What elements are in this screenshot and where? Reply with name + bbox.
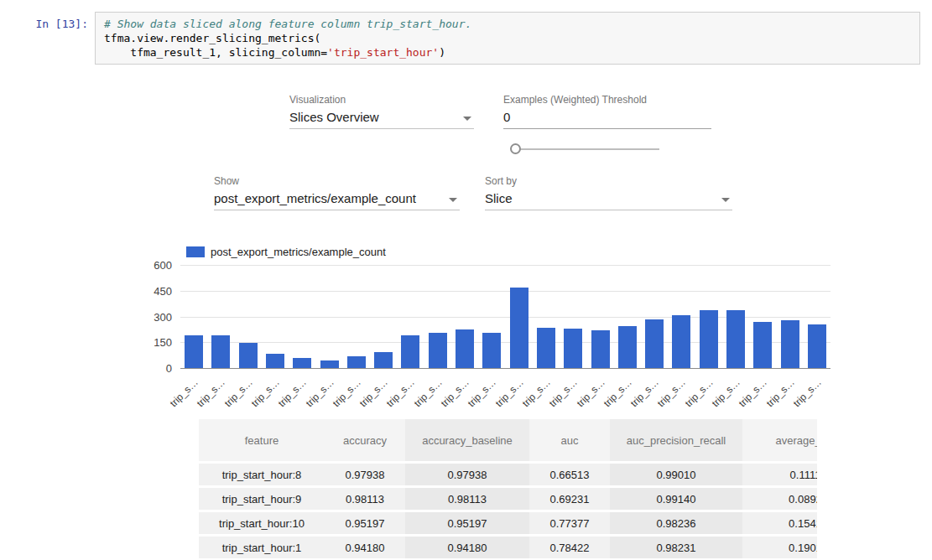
- bar[interactable]: [564, 329, 582, 368]
- feature-cell: trip_start_hour:1: [199, 537, 325, 558]
- visualization-label: Visualization: [289, 94, 346, 106]
- metric-cell: 0.98113: [325, 488, 405, 510]
- y-tick-label: 300: [126, 312, 172, 324]
- bar[interactable]: [482, 333, 501, 368]
- gridline: [180, 291, 830, 292]
- table-header-row: featureaccuracyaccuracy_baselineaucauc_p…: [199, 419, 817, 461]
- y-tick-label: 450: [126, 286, 172, 298]
- legend-label: post_export_metrics/example_count: [211, 246, 386, 258]
- bar[interactable]: [700, 310, 718, 368]
- bar[interactable]: [591, 330, 610, 368]
- metric-cell: 0.95197: [325, 512, 405, 534]
- show-label: Show: [214, 175, 239, 187]
- metric-cell: 0.95197: [405, 512, 529, 534]
- notebook-page: In [13]: # Show data sliced along featur…: [0, 0, 932, 560]
- visualization-select-value: Slices Overview: [289, 108, 474, 127]
- bar[interactable]: [456, 329, 474, 368]
- metric-cell: 0.1901: [742, 537, 817, 558]
- column-header[interactable]: auc: [529, 419, 610, 461]
- metrics-table: featureaccuracyaccuracy_baselineaucauc_p…: [199, 417, 817, 560]
- bar[interactable]: [645, 319, 664, 368]
- table-body: trip_start_hour:80.979380.979380.665130.…: [199, 464, 817, 558]
- column-header[interactable]: accuracy: [325, 419, 405, 461]
- feature-cell: trip_start_hour:9: [199, 488, 325, 510]
- metric-cell: 0.99140: [610, 488, 742, 510]
- bar[interactable]: [726, 310, 745, 368]
- column-header[interactable]: auc_precision_recall: [610, 419, 742, 461]
- x-axis-labels: trip_s…trip_s…trip_s…trip_s…trip_s…trip_…: [180, 370, 830, 405]
- metric-cell: 0.1111: [742, 464, 817, 485]
- metric-cell: 0.0892: [742, 488, 817, 510]
- metric-cell: 0.99010: [610, 464, 742, 485]
- slider-thumb[interactable]: [510, 143, 521, 154]
- threshold-input-value: 0: [503, 108, 711, 127]
- legend-swatch: [186, 246, 205, 257]
- metric-cell: 0.1541: [742, 512, 817, 534]
- bar[interactable]: [266, 354, 284, 368]
- table-row: trip_start_hour:10.941800.941800.784220.…: [199, 537, 817, 558]
- metric-cell: 0.78422: [529, 537, 610, 558]
- column-header[interactable]: feature: [199, 419, 325, 461]
- bar[interactable]: [239, 343, 258, 368]
- visualization-select[interactable]: Slices Overview: [289, 108, 474, 129]
- bar[interactable]: [618, 326, 637, 368]
- code-line: tfma.view.render_slicing_metrics(: [104, 31, 911, 45]
- metric-cell: 0.98231: [610, 537, 742, 558]
- chevron-down-icon[interactable]: [721, 198, 730, 202]
- bar[interactable]: [537, 328, 555, 368]
- gridline: [180, 265, 830, 266]
- bar[interactable]: [185, 335, 203, 368]
- feature-cell: trip_start_hour:10: [199, 512, 325, 534]
- metric-cell: 0.98113: [405, 488, 529, 510]
- bar[interactable]: [211, 335, 230, 368]
- metric-cell: 0.98236: [610, 512, 742, 534]
- metric-cell: 0.97938: [405, 464, 529, 485]
- metric-cell: 0.69231: [529, 488, 610, 510]
- code-area[interactable]: # Show data sliced along feature column …: [95, 12, 920, 65]
- metric-cell: 0.66513: [529, 464, 610, 485]
- bar[interactable]: [753, 322, 772, 368]
- y-tick-label: 150: [126, 337, 172, 349]
- threshold-input[interactable]: 0: [503, 108, 711, 129]
- metric-cell: 0.94180: [325, 537, 405, 558]
- bar[interactable]: [293, 358, 311, 368]
- bar[interactable]: [781, 320, 799, 368]
- bar[interactable]: [429, 333, 447, 368]
- bar[interactable]: [672, 315, 690, 368]
- metric-cell: 0.97938: [325, 464, 405, 485]
- bar[interactable]: [401, 335, 419, 368]
- bar[interactable]: [320, 360, 339, 368]
- table-row: trip_start_hour:80.979380.979380.665130.…: [199, 464, 817, 485]
- y-tick-label: 0: [126, 363, 172, 375]
- chevron-down-icon[interactable]: [463, 117, 471, 121]
- chevron-down-icon[interactable]: [449, 198, 457, 202]
- bar-chart-plot: [180, 266, 830, 369]
- x-axis-line: [180, 368, 830, 369]
- table-row: trip_start_hour:90.981130.981130.692310.…: [199, 488, 817, 510]
- bar[interactable]: [808, 324, 826, 368]
- bar[interactable]: [347, 356, 366, 368]
- y-tick-label: 600: [126, 260, 172, 272]
- column-header[interactable]: average_los: [742, 419, 817, 461]
- metric-cell: 0.77377: [529, 512, 610, 534]
- code-line: # Show data sliced along feature column …: [104, 17, 911, 31]
- threshold-label: Examples (Weighted) Threshold: [503, 94, 647, 106]
- code-line: tfma_result_1, slicing_column='trip_star…: [104, 45, 911, 60]
- show-metric-select-value: post_export_metrics/example_count: [214, 189, 460, 208]
- bar[interactable]: [510, 288, 528, 368]
- y-axis-labels: 0150300450600: [126, 266, 172, 369]
- slider-track[interactable]: [515, 148, 659, 150]
- sort-by-label: Sort by: [485, 175, 517, 187]
- column-header[interactable]: accuracy_baseline: [405, 419, 529, 461]
- table-row: trip_start_hour:100.951970.951970.773770…: [199, 512, 817, 534]
- feature-cell: trip_start_hour:8: [199, 464, 325, 485]
- bar[interactable]: [374, 352, 393, 368]
- cell-prompt: In [13]:: [0, 18, 88, 30]
- sort-by-select[interactable]: Slice: [485, 189, 732, 210]
- show-metric-select[interactable]: post_export_metrics/example_count: [214, 189, 460, 210]
- threshold-slider[interactable]: [510, 143, 659, 156]
- metric-cell: 0.94180: [405, 537, 529, 558]
- sort-by-select-value: Slice: [485, 189, 732, 208]
